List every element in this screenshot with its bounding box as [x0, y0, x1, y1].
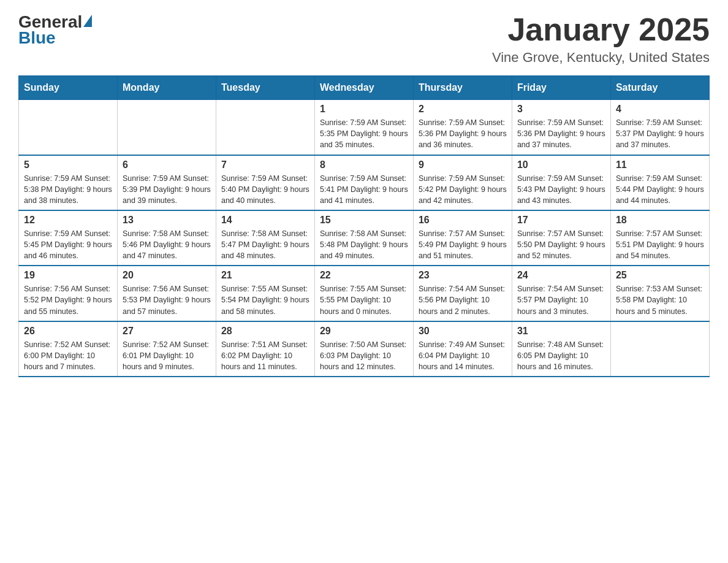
day-number: 21 [221, 270, 309, 281]
day-header-saturday: Saturday [610, 76, 709, 100]
calendar-cell: 2Sunrise: 7:59 AM Sunset: 5:36 PM Daylig… [413, 100, 512, 155]
day-number: 12 [24, 215, 112, 226]
calendar-cell: 31Sunrise: 7:48 AM Sunset: 6:05 PM Dayli… [512, 321, 610, 377]
day-header-wednesday: Wednesday [314, 76, 413, 100]
calendar-week-4: 19Sunrise: 7:56 AM Sunset: 5:52 PM Dayli… [19, 266, 710, 321]
day-info: Sunrise: 7:59 AM Sunset: 5:35 PM Dayligh… [320, 117, 408, 150]
day-info: Sunrise: 7:59 AM Sunset: 5:45 PM Dayligh… [24, 228, 112, 261]
calendar-cell: 26Sunrise: 7:52 AM Sunset: 6:00 PM Dayli… [19, 321, 118, 377]
day-info: Sunrise: 7:59 AM Sunset: 5:37 PM Dayligh… [616, 117, 704, 150]
day-info: Sunrise: 7:59 AM Sunset: 5:39 PM Dayligh… [123, 173, 211, 206]
calendar-cell: 20Sunrise: 7:56 AM Sunset: 5:53 PM Dayli… [117, 266, 216, 321]
calendar-cell: 29Sunrise: 7:50 AM Sunset: 6:03 PM Dayli… [314, 321, 413, 377]
calendar-cell: 11Sunrise: 7:59 AM Sunset: 5:44 PM Dayli… [610, 155, 709, 210]
calendar-header-row: SundayMondayTuesdayWednesdayThursdayFrid… [19, 76, 710, 100]
day-number: 4 [616, 104, 704, 115]
calendar-week-5: 26Sunrise: 7:52 AM Sunset: 6:00 PM Dayli… [19, 321, 710, 377]
calendar-cell: 25Sunrise: 7:53 AM Sunset: 5:58 PM Dayli… [610, 266, 709, 321]
day-number: 3 [517, 104, 605, 115]
day-number: 26 [24, 326, 112, 337]
day-number: 20 [123, 270, 211, 281]
day-number: 29 [320, 326, 408, 337]
logo-blue-text: Blue [18, 28, 92, 48]
day-info: Sunrise: 7:58 AM Sunset: 5:46 PM Dayligh… [123, 228, 211, 261]
calendar-cell: 14Sunrise: 7:58 AM Sunset: 5:47 PM Dayli… [216, 210, 314, 266]
day-info: Sunrise: 7:59 AM Sunset: 5:42 PM Dayligh… [419, 173, 507, 206]
day-number: 22 [320, 270, 408, 281]
day-info: Sunrise: 7:57 AM Sunset: 5:51 PM Dayligh… [616, 228, 704, 261]
calendar-cell: 18Sunrise: 7:57 AM Sunset: 5:51 PM Dayli… [610, 210, 709, 266]
day-info: Sunrise: 7:51 AM Sunset: 6:02 PM Dayligh… [221, 339, 309, 372]
day-number: 23 [419, 270, 507, 281]
day-info: Sunrise: 7:59 AM Sunset: 5:41 PM Dayligh… [320, 173, 408, 206]
calendar-cell: 15Sunrise: 7:58 AM Sunset: 5:48 PM Dayli… [314, 210, 413, 266]
day-number: 5 [24, 159, 112, 170]
calendar-cell: 16Sunrise: 7:57 AM Sunset: 5:49 PM Dayli… [413, 210, 512, 266]
calendar-cell: 23Sunrise: 7:54 AM Sunset: 5:56 PM Dayli… [413, 266, 512, 321]
day-info: Sunrise: 7:59 AM Sunset: 5:36 PM Dayligh… [419, 117, 507, 150]
calendar-week-1: 1Sunrise: 7:59 AM Sunset: 5:35 PM Daylig… [19, 100, 710, 155]
day-info: Sunrise: 7:54 AM Sunset: 5:56 PM Dayligh… [419, 283, 507, 316]
calendar-cell [610, 321, 709, 377]
day-number: 17 [517, 215, 605, 226]
page-header: General Blue January 2025 Vine Grove, Ke… [18, 12, 710, 66]
logo: General Blue [18, 12, 92, 48]
calendar-cell: 22Sunrise: 7:55 AM Sunset: 5:55 PM Dayli… [314, 266, 413, 321]
day-info: Sunrise: 7:57 AM Sunset: 5:50 PM Dayligh… [517, 228, 605, 261]
day-number: 15 [320, 215, 408, 226]
title-block: January 2025 Vine Grove, Kentucky, Unite… [492, 12, 710, 66]
calendar-cell [19, 100, 118, 155]
day-number: 9 [419, 159, 507, 170]
day-number: 18 [616, 215, 704, 226]
location-subtitle: Vine Grove, Kentucky, United States [492, 50, 710, 66]
calendar-cell [117, 100, 216, 155]
day-info: Sunrise: 7:54 AM Sunset: 5:57 PM Dayligh… [517, 283, 605, 316]
day-number: 11 [616, 159, 704, 170]
day-info: Sunrise: 7:59 AM Sunset: 5:43 PM Dayligh… [517, 173, 605, 206]
calendar-cell: 9Sunrise: 7:59 AM Sunset: 5:42 PM Daylig… [413, 155, 512, 210]
calendar-cell: 27Sunrise: 7:52 AM Sunset: 6:01 PM Dayli… [117, 321, 216, 377]
month-title: January 2025 [492, 12, 710, 47]
day-info: Sunrise: 7:55 AM Sunset: 5:55 PM Dayligh… [320, 283, 408, 316]
day-info: Sunrise: 7:50 AM Sunset: 6:03 PM Dayligh… [320, 339, 408, 372]
day-header-friday: Friday [512, 76, 610, 100]
day-number: 24 [517, 270, 605, 281]
day-number: 8 [320, 159, 408, 170]
calendar-cell [216, 100, 314, 155]
day-info: Sunrise: 7:58 AM Sunset: 5:48 PM Dayligh… [320, 228, 408, 261]
day-info: Sunrise: 7:59 AM Sunset: 5:36 PM Dayligh… [517, 117, 605, 150]
logo-triangle-icon [83, 15, 92, 27]
day-number: 14 [221, 215, 309, 226]
day-number: 30 [419, 326, 507, 337]
calendar-cell: 5Sunrise: 7:59 AM Sunset: 5:38 PM Daylig… [19, 155, 118, 210]
day-header-monday: Monday [117, 76, 216, 100]
calendar-cell: 3Sunrise: 7:59 AM Sunset: 5:36 PM Daylig… [512, 100, 610, 155]
day-number: 7 [221, 159, 309, 170]
calendar-cell: 10Sunrise: 7:59 AM Sunset: 5:43 PM Dayli… [512, 155, 610, 210]
calendar-week-3: 12Sunrise: 7:59 AM Sunset: 5:45 PM Dayli… [19, 210, 710, 266]
day-number: 31 [517, 326, 605, 337]
day-info: Sunrise: 7:53 AM Sunset: 5:58 PM Dayligh… [616, 283, 704, 316]
day-number: 1 [320, 104, 408, 115]
calendar-cell: 6Sunrise: 7:59 AM Sunset: 5:39 PM Daylig… [117, 155, 216, 210]
calendar-cell: 24Sunrise: 7:54 AM Sunset: 5:57 PM Dayli… [512, 266, 610, 321]
day-number: 16 [419, 215, 507, 226]
day-number: 19 [24, 270, 112, 281]
calendar-cell: 28Sunrise: 7:51 AM Sunset: 6:02 PM Dayli… [216, 321, 314, 377]
day-info: Sunrise: 7:57 AM Sunset: 5:49 PM Dayligh… [419, 228, 507, 261]
day-number: 6 [123, 159, 211, 170]
calendar-table: SundayMondayTuesdayWednesdayThursdayFrid… [18, 75, 710, 377]
day-number: 27 [123, 326, 211, 337]
day-number: 13 [123, 215, 211, 226]
day-info: Sunrise: 7:56 AM Sunset: 5:53 PM Dayligh… [123, 283, 211, 316]
day-info: Sunrise: 7:49 AM Sunset: 6:04 PM Dayligh… [419, 339, 507, 372]
day-header-tuesday: Tuesday [216, 76, 314, 100]
calendar-cell: 4Sunrise: 7:59 AM Sunset: 5:37 PM Daylig… [610, 100, 709, 155]
day-header-thursday: Thursday [413, 76, 512, 100]
day-header-sunday: Sunday [19, 76, 118, 100]
day-info: Sunrise: 7:52 AM Sunset: 6:01 PM Dayligh… [123, 339, 211, 372]
calendar-cell: 13Sunrise: 7:58 AM Sunset: 5:46 PM Dayli… [117, 210, 216, 266]
calendar-cell: 7Sunrise: 7:59 AM Sunset: 5:40 PM Daylig… [216, 155, 314, 210]
day-number: 10 [517, 159, 605, 170]
day-info: Sunrise: 7:52 AM Sunset: 6:00 PM Dayligh… [24, 339, 112, 372]
